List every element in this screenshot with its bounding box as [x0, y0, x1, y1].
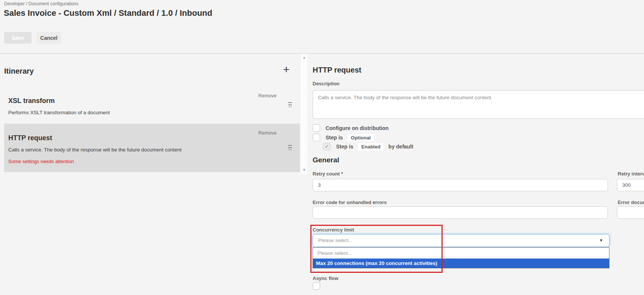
step-detail-panel: HTTP request Description Calls a service…: [309, 54, 644, 295]
itinerary-item-xsl-transform[interactable]: Remove XSL transform Performs XSLT trans…: [4, 86, 300, 124]
step-description: Performs XSLT transformation of a docume…: [8, 110, 110, 115]
step-description: Calls a service. The body of the respons…: [8, 147, 181, 153]
async-flow-label: Async flow: [313, 275, 339, 281]
general-section-title: General: [313, 156, 339, 164]
retry-interval-label: Retry interval: [618, 171, 644, 177]
drag-handle-icon[interactable]: [288, 101, 292, 107]
concurrency-limit-dropdown: Please select... Max 20 connections (max…: [313, 247, 609, 268]
document-configuration-page: Developer / Document configurations Sale…: [0, 0, 644, 295]
async-flow-checkbox[interactable]: [313, 282, 320, 290]
step-title: XSL transform: [8, 97, 55, 105]
step-title: HTTP request: [8, 134, 52, 142]
itinerary-panel: Itinerary + Remove XSL transform Perform…: [0, 54, 301, 295]
error-document-input[interactable]: [617, 206, 644, 219]
description-label: Description: [313, 81, 340, 86]
configure-on-distribution-label: Configure on distribution: [325, 125, 389, 131]
dropdown-option-please-select[interactable]: Please select...: [313, 248, 609, 259]
step-is-optional-row: Step is Optional: [313, 134, 374, 142]
page-title: Sales Invoice - Custom Xml / Standard / …: [4, 8, 212, 18]
step-enabled-by-default-row: ✓ Step is Enabled by default: [323, 143, 413, 151]
description-textarea[interactable]: Calls a service. The body of the respons…: [313, 90, 644, 119]
itinerary-scrollbar[interactable]: ▲ ▼: [301, 54, 307, 174]
error-code-input[interactable]: [313, 206, 608, 219]
error-document-label: Error document: [618, 200, 644, 205]
step-is-optional-checkbox[interactable]: [313, 134, 320, 141]
scroll-up-icon[interactable]: ▲: [301, 56, 307, 59]
itinerary-item-http-request[interactable]: Remove HTTP request Calls a service. The…: [4, 124, 300, 172]
breadcrumb[interactable]: Developer / Document configurations: [4, 1, 78, 6]
retry-count-label: Retry count *: [313, 171, 343, 177]
dropdown-option-max-20-connections[interactable]: Max 20 connections (max 20 concurrent ac…: [313, 259, 609, 268]
select-value: Please select...: [318, 238, 353, 243]
concurrency-limit-label: Concurrency limit: [313, 227, 354, 233]
step-is-label: Step is: [325, 135, 343, 141]
cancel-button[interactable]: Cancel: [36, 32, 61, 44]
step-warning-text: Some settings needs attention: [8, 159, 74, 164]
remove-step-link[interactable]: Remove: [259, 130, 277, 136]
remove-step-link[interactable]: Remove: [259, 93, 277, 98]
error-code-label: Error code for unhandled errors: [313, 200, 387, 205]
step-enabled-checkbox[interactable]: ✓: [323, 143, 331, 150]
save-button[interactable]: Save: [4, 32, 32, 44]
detail-title: HTTP request: [313, 66, 361, 74]
by-default-label: by default: [389, 144, 413, 150]
add-step-button[interactable]: +: [280, 64, 293, 76]
chevron-down-icon: ▼: [599, 238, 603, 242]
concurrency-limit-select[interactable]: Please select... ▼: [313, 234, 609, 247]
retry-interval-input[interactable]: [617, 179, 644, 191]
configure-on-distribution-checkbox[interactable]: [313, 124, 320, 132]
step-is-label: Step is: [336, 144, 353, 150]
drag-handle-icon[interactable]: [288, 144, 292, 150]
enabled-chip[interactable]: Enabled: [358, 143, 384, 150]
retry-count-input[interactable]: [313, 179, 608, 191]
optional-chip[interactable]: Optional: [348, 134, 374, 141]
itinerary-title: Itinerary: [4, 67, 34, 76]
scroll-down-icon[interactable]: ▼: [301, 168, 307, 172]
configure-on-distribution-row: Configure on distribution: [313, 124, 389, 133]
